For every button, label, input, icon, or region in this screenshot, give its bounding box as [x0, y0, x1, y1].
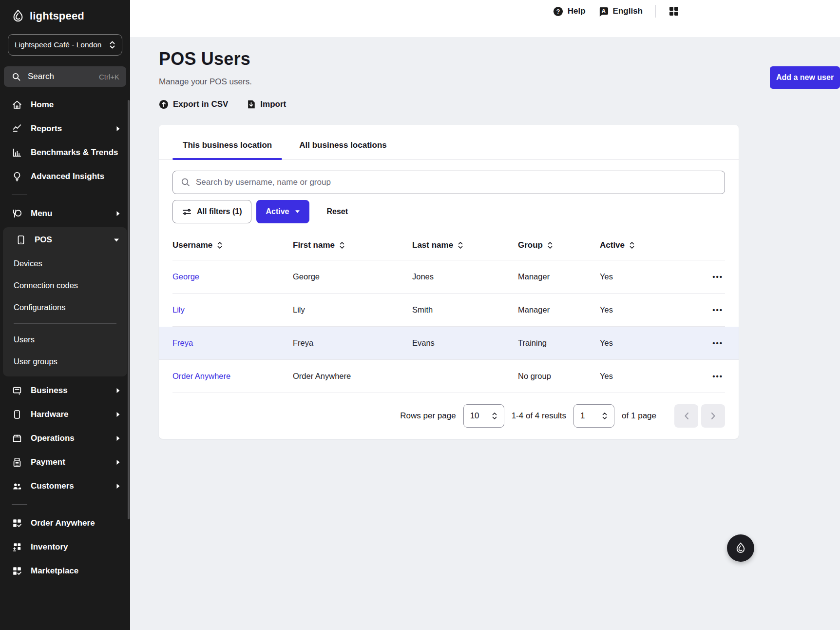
sidebar-divider — [12, 504, 27, 505]
sidebar-subitem-label: Configurations — [14, 303, 65, 312]
user-search-input[interactable] — [196, 177, 717, 187]
sidebar-item-benchmarks-trends[interactable]: Benchmarks & Trends — [0, 140, 130, 164]
sort-icon — [458, 241, 463, 249]
tab-this-business-location[interactable]: This business location — [172, 136, 282, 159]
last-name-cell: Evans — [412, 338, 518, 348]
tab-all-business-locations[interactable]: All business locations — [289, 136, 397, 159]
sidebar-item-label: Reports — [31, 124, 62, 134]
lightspeed-flame-icon — [734, 542, 747, 554]
customers-people-icon — [12, 481, 22, 492]
sort-icon — [339, 241, 345, 249]
table-row-order-anywhere: Order Anywhere Order Anywhere No group Y… — [172, 360, 725, 393]
sidebar-item-label: Business — [31, 386, 68, 395]
sidebar-item-pos[interactable]: POS — [3, 227, 127, 253]
lightspeed-assistant-fab[interactable] — [727, 534, 754, 562]
main-area: ? Help A English POS Users Manage your P… — [130, 0, 840, 630]
business-card-icon — [12, 385, 22, 396]
sidebar-subitem-connection-codes[interactable]: Connection codes — [3, 275, 127, 296]
svg-text:?: ? — [556, 8, 560, 15]
next-page-button[interactable] — [701, 404, 725, 428]
column-header-last-name[interactable]: Last name — [412, 240, 518, 250]
username-link[interactable]: George — [172, 272, 293, 281]
lightspeed-logo: lightspeed — [11, 9, 130, 23]
sidebar-item-home[interactable]: Home — [0, 93, 130, 117]
sidebar-subitem-users[interactable]: Users — [3, 329, 127, 351]
sidebar-search[interactable]: Search Ctrl+K — [4, 66, 126, 87]
column-header-group[interactable]: Group — [518, 240, 600, 250]
page-number-value: 1 — [580, 411, 585, 421]
sidebar-item-hardware[interactable]: Hardware — [0, 402, 130, 426]
import-button[interactable]: Import — [247, 99, 286, 109]
sidebar-subitem-user-groups[interactable]: User groups — [3, 351, 127, 373]
username-link[interactable]: Order Anywhere — [172, 372, 293, 381]
sidebar-subitem-label: User groups — [14, 357, 57, 366]
column-header-username[interactable]: Username — [172, 240, 293, 250]
sidebar-item-label: Hardware — [31, 410, 68, 419]
row-actions-ellipsis-icon[interactable]: ••• — [710, 271, 725, 283]
sidebar-item-customers[interactable]: Customers — [0, 474, 130, 498]
sidebar-item-operations[interactable]: Operations — [0, 426, 130, 450]
help-label: Help — [568, 6, 586, 16]
export-csv-button[interactable]: Export in CSV — [159, 99, 228, 109]
pos-tablet-icon — [16, 235, 26, 245]
sidebar-item-menu[interactable]: Menu — [0, 201, 130, 225]
sidebar-item-reports[interactable]: Reports — [0, 117, 130, 140]
row-actions-ellipsis-icon[interactable]: ••• — [710, 337, 725, 349]
row-actions-ellipsis-icon[interactable]: ••• — [710, 304, 725, 316]
sidebar-item-label: Home — [31, 100, 54, 110]
sidebar-subitem-configurations[interactable]: Configurations — [3, 296, 127, 318]
app-grid-icon[interactable] — [668, 6, 679, 17]
group-cell: No group — [518, 372, 600, 381]
page-number-select[interactable]: 1 — [573, 404, 614, 428]
svg-text:A: A — [601, 7, 606, 14]
table-row-freya: Freya Freya Evans Training Yes ••• — [159, 327, 739, 360]
rows-per-page-label: Rows per page — [400, 411, 456, 421]
filter-row: All filters (1) Active Reset — [172, 200, 725, 223]
column-label: Username — [172, 240, 212, 250]
reset-filters-button[interactable]: Reset — [317, 200, 358, 223]
active-filter-button[interactable]: Active — [256, 200, 309, 223]
sidebar-item-order-anywhere[interactable]: Order Anywhere — [0, 511, 130, 535]
language-button[interactable]: A English — [598, 6, 643, 17]
sidebar-item-marketplace[interactable]: Marketplace — [0, 559, 130, 583]
page-subtitle: Manage your POS users. — [159, 77, 811, 87]
sidebar-item-advanced-insights[interactable]: Advanced Insights — [0, 164, 130, 188]
import-label: Import — [260, 99, 286, 109]
sidebar-scrollbar[interactable] — [128, 100, 130, 519]
user-search-field[interactable] — [172, 171, 725, 194]
sidebar-item-business[interactable]: Business — [0, 378, 130, 402]
rows-per-page-select[interactable]: 10 — [463, 404, 504, 428]
all-filters-button[interactable]: All filters (1) — [172, 200, 251, 223]
chevron-right-icon — [116, 388, 120, 394]
column-header-active[interactable]: Active — [600, 240, 698, 250]
group-cell: Manager — [518, 272, 600, 281]
sidebar-item-label: POS — [35, 235, 52, 245]
sidebar-item-label: Menu — [31, 209, 52, 218]
sidebar-subitem-devices[interactable]: Devices — [3, 253, 127, 275]
previous-page-button[interactable] — [674, 404, 698, 428]
sidebar-item-label: Marketplace — [31, 566, 78, 576]
help-button[interactable]: ? Help — [553, 6, 586, 17]
inventory-box-icon — [12, 542, 22, 552]
table-row-lily: Lily Lily Smith Manager Yes ••• — [172, 294, 725, 327]
sidebar-item-label: Inventory — [31, 542, 68, 552]
sidebar-item-payment[interactable]: Payment — [0, 450, 130, 474]
sidebar-item-inventory[interactable]: Inventory — [0, 535, 130, 559]
chevron-right-icon — [116, 126, 120, 132]
page-title: POS Users — [159, 49, 811, 69]
lightbulb-icon — [12, 171, 22, 182]
search-icon — [12, 72, 21, 81]
first-name-cell: Order Anywhere — [293, 372, 412, 381]
username-link[interactable]: Freya — [172, 338, 293, 348]
chevron-right-icon — [116, 412, 120, 417]
row-actions-ellipsis-icon[interactable]: ••• — [710, 370, 725, 382]
active-cell: Yes — [600, 338, 698, 348]
column-header-first-name[interactable]: First name — [293, 240, 412, 250]
username-link[interactable]: Lily — [172, 305, 293, 315]
topbar-divider — [655, 5, 656, 18]
location-tabs: This business location All business loca… — [159, 125, 739, 160]
sidebar-nav: Home Reports Benchmarks & Trends Advance… — [0, 93, 130, 583]
add-new-user-button[interactable]: Add a new user — [770, 66, 840, 89]
location-selector[interactable]: Lightspeed Café - London — [8, 34, 122, 56]
page-total-label: of 1 page — [622, 411, 656, 421]
